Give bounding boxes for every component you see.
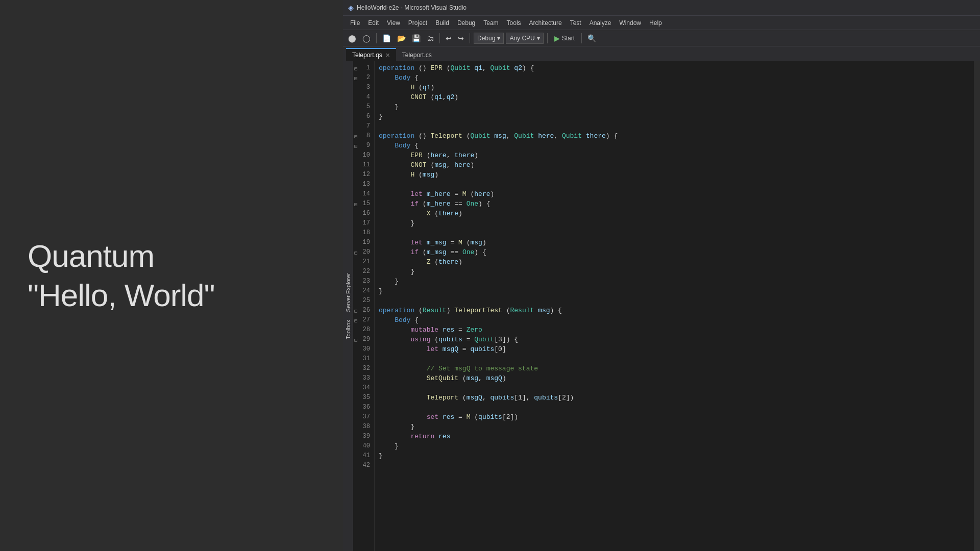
code-line-33: SetQubit (msg, msgQ) bbox=[379, 373, 974, 383]
toolbar-open-btn[interactable]: 📂 bbox=[395, 33, 408, 43]
code-lines[interactable]: operation () EPR (Qubit q1, Qubit q2) { … bbox=[375, 61, 974, 551]
code-line-22: } bbox=[379, 267, 974, 277]
code-line-12: H (msg) bbox=[379, 170, 974, 180]
run-button[interactable]: ▶ Start bbox=[551, 33, 578, 43]
menu-build[interactable]: Build bbox=[431, 18, 453, 28]
code-line-9: Body { bbox=[379, 141, 974, 151]
tab-teleport-qs[interactable]: Teleport.qs ✕ bbox=[346, 48, 396, 61]
line-num-16: 16 bbox=[353, 209, 374, 218]
line-num-14: 14 bbox=[353, 189, 374, 199]
tab-teleport-cs[interactable]: Teleport.cs bbox=[396, 48, 438, 61]
code-line-8: operation () Teleport (Qubit msg, Qubit … bbox=[379, 131, 974, 141]
code-line-10: EPR (here, there) bbox=[379, 151, 974, 160]
menu-tools[interactable]: Tools bbox=[503, 18, 525, 28]
code-line-3: H (q1) bbox=[379, 83, 974, 92]
line-num-33: 33 bbox=[353, 373, 374, 383]
line-num-13: 13 bbox=[353, 180, 374, 189]
hero-text: Quantum "Hello, World" bbox=[28, 236, 215, 315]
toolbar-sep2 bbox=[439, 33, 440, 43]
line-num-10: 10 bbox=[353, 151, 374, 160]
menu-team[interactable]: Team bbox=[479, 18, 502, 28]
code-line-5: } bbox=[379, 102, 974, 112]
line-num-7: 7 bbox=[353, 121, 374, 131]
code-line-28: mutable res = Zero bbox=[379, 325, 974, 335]
menu-test[interactable]: Test bbox=[566, 18, 585, 28]
toolbar-saveall-btn[interactable]: 🗂 bbox=[425, 33, 436, 43]
code-line-17: } bbox=[379, 218, 974, 228]
line-num-11: 11 bbox=[353, 160, 374, 170]
line-num-29: ⊟29 bbox=[353, 335, 374, 344]
menu-analyze[interactable]: Analyze bbox=[585, 18, 616, 28]
line-num-30: 30 bbox=[353, 344, 374, 354]
code-line-32: // Set msgQ to message state bbox=[379, 364, 974, 373]
line-num-9: ⊟9 bbox=[353, 141, 374, 151]
cpu-config-dropdown[interactable]: Any CPU ▾ bbox=[506, 33, 543, 44]
line-num-32: 32 bbox=[353, 364, 374, 373]
menu-window[interactable]: Window bbox=[615, 18, 645, 28]
line-num-31: 31 bbox=[353, 354, 374, 364]
toolbar-undo-btn[interactable]: ↩ bbox=[444, 33, 454, 43]
code-line-27: Body { bbox=[379, 315, 974, 325]
menu-architecture[interactable]: Architecture bbox=[525, 18, 566, 28]
line-num-4: 4 bbox=[353, 92, 374, 102]
code-line-20: if (m_msg == One) { bbox=[379, 247, 974, 257]
code-line-30: let msgQ = qubits[0] bbox=[379, 344, 974, 354]
cpu-config-chevron: ▾ bbox=[537, 35, 540, 42]
line-num-27: ⊟27 bbox=[353, 315, 374, 325]
menu-edit[interactable]: Edit bbox=[364, 18, 383, 28]
code-line-24: } bbox=[379, 286, 974, 296]
line-num-39: 39 bbox=[353, 432, 374, 441]
server-explorer-tab[interactable]: Server Explorer bbox=[344, 269, 352, 316]
line-num-36: 36 bbox=[353, 403, 374, 412]
line-numbers: ⊟1⊟234567⊟8⊟91011121314⊟1516171819⊟20212… bbox=[353, 61, 375, 551]
code-line-26: operation (Result) TeleportTest (Result … bbox=[379, 306, 974, 315]
menu-debug[interactable]: Debug bbox=[453, 18, 479, 28]
menu-bar: File Edit View Project Build Debug Team … bbox=[343, 15, 980, 30]
tab-bar: Teleport.qs ✕ Teleport.cs bbox=[343, 46, 980, 61]
line-num-20: ⊟20 bbox=[353, 247, 374, 257]
menu-file[interactable]: File bbox=[346, 18, 364, 28]
toolbar-back-btn[interactable]: ⬤ bbox=[346, 33, 358, 43]
line-num-37: 37 bbox=[353, 412, 374, 422]
editor-area: Server Explorer Toolbox ⊟1⊟234567⊟8⊟9101… bbox=[343, 61, 980, 551]
code-line-25 bbox=[379, 296, 974, 306]
line-num-5: 5 bbox=[353, 102, 374, 112]
toolbox-tab[interactable]: Toolbox bbox=[344, 316, 352, 343]
code-line-1: operation () EPR (Qubit q1, Qubit q2) { bbox=[379, 63, 974, 73]
title-bar: ◈ HelloWorld-e2e - Microsoft Visual Stud… bbox=[343, 0, 980, 15]
editor-scrollbar[interactable] bbox=[974, 61, 980, 551]
code-line-11: CNOT (msg, here) bbox=[379, 160, 974, 170]
menu-help[interactable]: Help bbox=[645, 18, 666, 28]
run-label: Start bbox=[562, 35, 575, 42]
menu-view[interactable]: View bbox=[383, 18, 404, 28]
code-editor[interactable]: ⊟1⊟234567⊟8⊟91011121314⊟1516171819⊟20212… bbox=[353, 61, 980, 551]
vs-icon: ◈ bbox=[348, 4, 354, 12]
toolbar-new-btn[interactable]: 📄 bbox=[380, 33, 393, 43]
toolbar-save-btn[interactable]: 💾 bbox=[410, 33, 423, 43]
line-num-23: 23 bbox=[353, 277, 374, 286]
line-num-26: ⊟26 bbox=[353, 306, 374, 315]
line-num-1: ⊟1 bbox=[353, 63, 374, 73]
line-num-3: 3 bbox=[353, 83, 374, 92]
toolbar-search-btn[interactable]: 🔍 bbox=[585, 33, 598, 43]
menu-project[interactable]: Project bbox=[404, 18, 431, 28]
tab-teleport-cs-label: Teleport.cs bbox=[402, 52, 432, 59]
line-num-17: 17 bbox=[353, 218, 374, 228]
code-line-16: X (there) bbox=[379, 209, 974, 218]
code-line-14: let m_here = M (here) bbox=[379, 189, 974, 199]
code-line-40: } bbox=[379, 441, 974, 451]
code-line-41: } bbox=[379, 451, 974, 461]
code-line-13 bbox=[379, 180, 974, 189]
toolbar-forward-btn[interactable]: ◯ bbox=[360, 33, 373, 43]
side-panel-tabs: Server Explorer Toolbox bbox=[343, 61, 353, 551]
code-line-29: using (qubits = Qubit[3]) { bbox=[379, 335, 974, 344]
line-num-28: 28 bbox=[353, 325, 374, 335]
code-line-37: set res = M (qubits[2]) bbox=[379, 412, 974, 422]
line-num-21: 21 bbox=[353, 257, 374, 267]
toolbar-redo-btn[interactable]: ↪ bbox=[456, 33, 466, 43]
code-line-7 bbox=[379, 121, 974, 131]
debug-config-dropdown[interactable]: Debug ▾ bbox=[474, 33, 504, 44]
line-num-41: 41 bbox=[353, 451, 374, 461]
tab-teleport-qs-close[interactable]: ✕ bbox=[385, 52, 390, 59]
line-num-38: 38 bbox=[353, 422, 374, 432]
